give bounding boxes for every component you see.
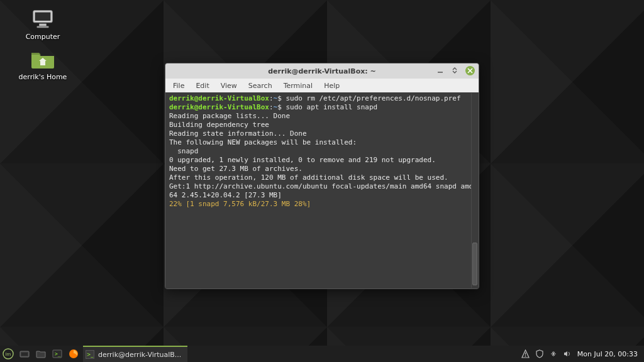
svg-text:lm: lm bbox=[6, 351, 11, 357]
prompt-symbol: $ bbox=[277, 103, 282, 111]
terminal-output-line: Need to get 27.3 MB of archives. bbox=[169, 165, 303, 173]
terminal-output-line: snapd bbox=[169, 147, 198, 155]
terminal-scrollbar[interactable] bbox=[471, 93, 478, 288]
svg-rect-15 bbox=[525, 353, 526, 355]
prompt-userhost: derrik@derrik-VirtualBox bbox=[169, 103, 269, 111]
window-menubar: File Edit View Search Terminal Help bbox=[165, 79, 479, 92]
terminal-output-line: Building dependency tree bbox=[169, 121, 269, 129]
svg-rect-10 bbox=[21, 353, 28, 356]
window-minimize-button[interactable] bbox=[435, 65, 445, 75]
tray-volume-icon[interactable] bbox=[562, 349, 572, 359]
desktop-icon-label: Computer bbox=[18, 33, 68, 41]
terminal-output-line: 0 upgraded, 1 newly installed, 0 to remo… bbox=[169, 156, 436, 164]
terminal-command-1: sudo rm /etc/apt/preferences.d/nosnap.pr… bbox=[286, 94, 460, 102]
desktop-icon-label: derrik's Home bbox=[18, 73, 68, 81]
show-desktop-button[interactable] bbox=[16, 346, 33, 362]
terminal-window: derrik@derrik-VirtualBox: ~ File Edit Vi… bbox=[165, 63, 479, 289]
desktop-icon-computer[interactable]: Computer bbox=[18, 9, 68, 41]
tray-shield-icon[interactable] bbox=[535, 349, 545, 359]
prompt-colon: : bbox=[269, 94, 274, 102]
svg-point-14 bbox=[525, 355, 526, 356]
taskbar-item-terminal[interactable]: >_ derrik@derrik-VirtualB... bbox=[83, 346, 187, 362]
terminal-output-line: Get:1 http://archive.ubuntu.com/ubuntu f… bbox=[169, 182, 473, 199]
desktop-icon-home[interactable]: derrik's Home bbox=[18, 49, 68, 81]
window-titlebar[interactable]: derrik@derrik-VirtualBox: ~ bbox=[165, 63, 479, 79]
svg-rect-2 bbox=[39, 24, 46, 26]
prompt-colon: : bbox=[269, 103, 274, 111]
prompt-symbol: $ bbox=[277, 94, 282, 102]
computer-icon bbox=[30, 9, 55, 30]
tray-updates-icon[interactable] bbox=[521, 349, 531, 359]
menu-help[interactable]: Help bbox=[319, 80, 345, 91]
terminal-output-line: After this operation, 120 MB of addition… bbox=[169, 173, 448, 182]
terminal-output-line: Reading state information... Done bbox=[169, 129, 307, 138]
taskbar-panel: lm >_ >_ derrik@derrik-VirtualB... bbox=[0, 346, 644, 362]
menu-button[interactable]: lm bbox=[0, 346, 16, 362]
prompt-userhost: derrik@derrik-VirtualBox bbox=[169, 94, 269, 102]
folder-home-icon bbox=[30, 49, 55, 70]
launcher-files[interactable] bbox=[33, 346, 49, 362]
terminal-body[interactable]: derrik@derrik-VirtualBox:~$ sudo rm /etc… bbox=[165, 92, 479, 288]
svg-rect-1 bbox=[35, 13, 51, 21]
window-title: derrik@derrik-VirtualBox: ~ bbox=[165, 67, 479, 75]
panel-clock[interactable]: Mon Jul 20, 00:33 bbox=[576, 350, 639, 358]
terminal-output-line: The following NEW packages will be insta… bbox=[169, 138, 357, 146]
terminal-icon: >_ bbox=[86, 350, 94, 359]
taskbar-item-label: derrik@derrik-VirtualB... bbox=[98, 351, 181, 359]
menu-edit[interactable]: Edit bbox=[191, 80, 214, 91]
window-maximize-button[interactable] bbox=[450, 65, 460, 75]
svg-rect-3 bbox=[37, 26, 49, 28]
launcher-terminal[interactable]: >_ bbox=[49, 346, 65, 362]
terminal-progress-line: 22% [1 snapd 7,576 kB/27.3 MB 28%] bbox=[169, 200, 311, 208]
menu-file[interactable]: File bbox=[168, 80, 189, 91]
menu-terminal[interactable]: Terminal bbox=[279, 80, 318, 91]
window-close-button[interactable] bbox=[465, 66, 475, 75]
tray-network-icon[interactable] bbox=[548, 349, 558, 359]
menu-view[interactable]: View bbox=[216, 80, 242, 91]
terminal-output-line: Reading package lists... Done bbox=[169, 112, 290, 120]
terminal-command-2: sudo apt install snapd bbox=[286, 103, 377, 111]
svg-text:>_: >_ bbox=[55, 351, 61, 357]
menu-search[interactable]: Search bbox=[243, 80, 277, 91]
launcher-firefox[interactable] bbox=[65, 346, 82, 362]
scrollbar-thumb[interactable] bbox=[472, 243, 477, 285]
